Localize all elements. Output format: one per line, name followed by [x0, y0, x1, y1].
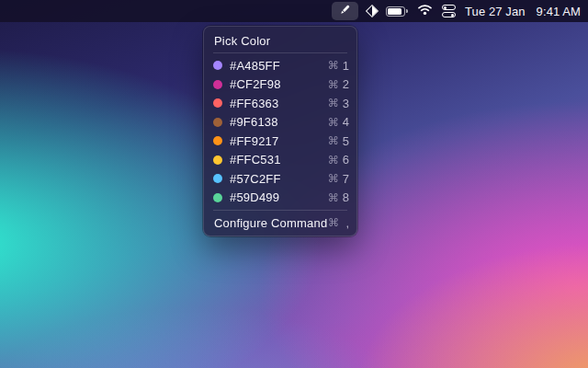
color-swatch — [213, 174, 222, 183]
shortcut-badge: ⌘3 — [328, 97, 349, 110]
status-item-battery[interactable] — [386, 0, 408, 22]
shortcut-badge: ⌘8 — [328, 190, 349, 204]
color-hex-label: #FFC531 — [230, 153, 281, 167]
contrast-diamond-icon — [366, 5, 379, 17]
clock-time: 9:41 AM — [537, 5, 581, 18]
color-picker-menu-button[interactable] — [332, 2, 358, 20]
pencil-icon — [338, 3, 352, 20]
color-hex-label: #A485FF — [230, 59, 280, 73]
shortcut-badge: ⌘, — [328, 216, 349, 230]
clock-date: Tue 27 Jan — [465, 5, 526, 18]
menu-separator — [213, 210, 347, 211]
color-hex-label: #CF2F98 — [230, 77, 281, 91]
menu-item-color-4[interactable]: #9F6138 ⌘4 — [204, 113, 356, 132]
shortcut-badge: ⌘4 — [328, 115, 349, 129]
color-swatch — [213, 118, 222, 127]
menu-bar: Tue 27 Jan 9:41 AM — [0, 0, 588, 22]
status-item-control-center[interactable] — [442, 0, 456, 22]
color-swatch — [213, 80, 222, 89]
menu-item-color-5[interactable]: #FF9217 ⌘5 — [204, 132, 356, 151]
battery-icon — [386, 6, 408, 17]
color-hex-label: #59D499 — [230, 190, 279, 204]
wifi-icon — [417, 3, 433, 19]
menu-item-color-6[interactable]: #FFC531 ⌘6 — [204, 151, 356, 170]
color-swatch — [213, 193, 222, 202]
menu-bar-clock[interactable]: Tue 27 Jan — [465, 0, 527, 22]
color-swatch — [213, 136, 222, 145]
shortcut-badge: ⌘7 — [328, 172, 349, 186]
configure-command-label: Configure Command — [214, 216, 327, 230]
status-item-wifi[interactable] — [417, 0, 433, 22]
menu-bar-clock-time[interactable]: 9:41 AM — [537, 0, 581, 22]
color-swatch — [213, 155, 222, 165]
menu-separator — [213, 52, 347, 53]
shortcut-badge: ⌘5 — [328, 134, 349, 148]
pick-color-label: Pick Color — [214, 34, 270, 48]
menu-item-color-3[interactable]: #FF6363 ⌘3 — [204, 94, 356, 113]
shortcut-badge: ⌘1 — [328, 59, 349, 73]
color-hex-label: #FF6363 — [230, 97, 278, 110]
menu-item-color-7[interactable]: #57C2FF ⌘7 — [204, 169, 356, 189]
color-hex-label: #57C2FF — [230, 172, 281, 186]
color-hex-label: #FF9217 — [230, 134, 278, 148]
menu-item-color-2[interactable]: #CF2F98 ⌘2 — [204, 75, 356, 95]
shortcut-badge: ⌘2 — [328, 77, 349, 91]
control-center-icon — [442, 5, 456, 17]
status-item-contrast[interactable] — [368, 0, 377, 22]
color-swatch — [213, 61, 222, 70]
color-swatch — [213, 98, 222, 108]
menu-item-color-1[interactable]: #A485FF ⌘1 — [204, 56, 356, 75]
color-hex-label: #9F6138 — [230, 115, 278, 129]
menu-item-pick-color[interactable]: Pick Color — [204, 31, 356, 50]
menu-item-configure-command[interactable]: Configure Command ⌘, — [204, 213, 356, 232]
shortcut-badge: ⌘6 — [328, 153, 349, 167]
menu-item-color-8[interactable]: #59D499 ⌘8 — [204, 189, 356, 208]
color-picker-dropdown-menu: Pick Color #A485FF ⌘1 #CF2F98 ⌘2 #FF6363… — [203, 26, 357, 236]
